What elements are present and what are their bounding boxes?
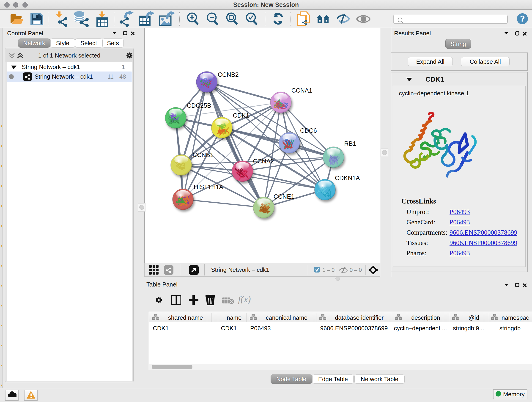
svg-text:CCNB1: CCNB1 bbox=[193, 152, 214, 158]
svg-text:RB1: RB1 bbox=[344, 140, 356, 147]
svg-text:CDC25B: CDC25B bbox=[187, 102, 211, 109]
svg-text:CDK1: CDK1 bbox=[233, 112, 249, 119]
svg-text:CCNE1: CCNE1 bbox=[273, 193, 294, 200]
svg-text:?: ? bbox=[520, 14, 525, 23]
svg-text:CCNB2: CCNB2 bbox=[218, 71, 239, 78]
svg-text:HIST1H1A: HIST1H1A bbox=[194, 184, 223, 191]
svg-text:CDC6: CDC6 bbox=[300, 127, 317, 134]
svg-text:CDKN1A: CDKN1A bbox=[335, 175, 360, 182]
svg-text:CCNA2: CCNA2 bbox=[253, 158, 274, 165]
svg-text:CCNA1: CCNA1 bbox=[291, 87, 312, 94]
